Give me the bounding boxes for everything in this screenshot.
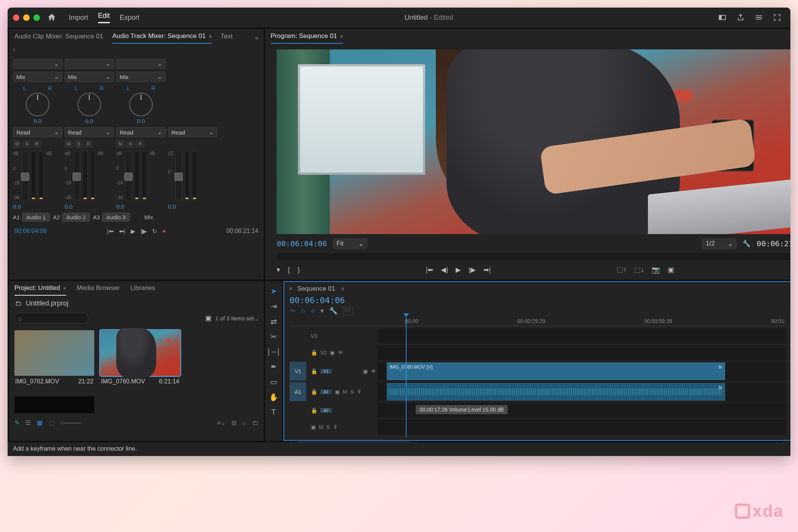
selection-tool-icon[interactable]: ➤ [271, 287, 277, 296]
tab-media-browser[interactable]: Media Browser [77, 284, 120, 296]
audio-clip[interactable]: fx [387, 383, 725, 401]
mixer-timecode-out[interactable]: 00:06:21:14 [226, 228, 258, 234]
find-icon[interactable]: ⌕ [242, 420, 246, 426]
mixer-timecode-in[interactable]: 00:06:04:06 [14, 228, 47, 234]
razor-tool-icon[interactable]: ✂ [271, 332, 277, 341]
program-video-view[interactable] [277, 49, 790, 234]
share-icon[interactable] [736, 13, 745, 22]
record-button[interactable]: R [33, 140, 41, 148]
lock-icon[interactable]: 🔒 [311, 350, 317, 356]
sequence-tab[interactable]: Sequence 01 [297, 285, 335, 293]
minimize-window-button[interactable] [23, 14, 30, 21]
solo-button[interactable]: S [350, 389, 354, 395]
mute-button[interactable]: M [343, 389, 347, 395]
tab-text[interactable]: Text [221, 33, 233, 43]
fullscreen-icon[interactable] [773, 13, 781, 22]
program-timecode[interactable]: 00:06:04:06 [277, 239, 327, 248]
step-back-icon[interactable]: ⬅| [119, 228, 125, 235]
tab-program[interactable]: Program: Sequence 01 ≡ [271, 32, 343, 44]
track-label-v3[interactable]: V3 [311, 333, 317, 339]
tab-import[interactable]: Import [69, 14, 88, 22]
go-to-out-icon[interactable]: ➡| [483, 266, 491, 274]
mute-button[interactable]: M [13, 140, 21, 148]
clip-thumbnail[interactable]: IMG_0762.MOV21:22 [14, 330, 94, 387]
eye-icon[interactable]: 👁 [338, 350, 343, 356]
add-marker-icon[interactable]: ▾ [277, 266, 280, 274]
chevron-right-icon[interactable]: › [13, 46, 15, 53]
go-to-in-icon[interactable]: |⬅ [107, 228, 113, 235]
automation-dropdown[interactable]: Read⌄ [13, 127, 62, 137]
list-view-icon[interactable]: ☰ [25, 419, 31, 426]
eye-icon[interactable]: 👁 [371, 368, 376, 374]
hand-tool-icon[interactable]: ✋ [269, 393, 279, 402]
snap-icon[interactable]: ∩ [301, 307, 306, 315]
track-label-v2[interactable]: V2 [320, 350, 327, 356]
quick-export-icon[interactable] [718, 13, 727, 22]
automate-icon[interactable]: ⊟ [231, 419, 236, 426]
maximize-window-button[interactable] [33, 14, 40, 21]
source-patch-v1[interactable]: V1 [290, 362, 306, 381]
close-window-button[interactable] [13, 14, 19, 21]
tab-clip-mixer[interactable]: Audio Clip Mixer: Sequence 01 [14, 33, 103, 43]
workspace-settings-icon[interactable] [755, 13, 763, 22]
cc-icon[interactable]: CC [343, 307, 353, 315]
solo-button[interactable]: S [23, 140, 31, 148]
project-filter-input[interactable] [14, 313, 89, 323]
close-tab-icon[interactable]: × [289, 285, 293, 293]
extract-icon[interactable]: ⬚↓ [634, 266, 644, 274]
insert-icon[interactable]: ⤳ [290, 307, 295, 315]
loop-icon[interactable]: ↻ [152, 228, 157, 235]
toggle-output-icon[interactable]: ▣ [330, 350, 335, 356]
source-patch-a1[interactable]: A1 [290, 382, 306, 401]
play-icon[interactable]: ▶ [456, 266, 461, 274]
mark-out-icon[interactable]: } [298, 266, 300, 274]
pen-tool-icon[interactable]: ✒ [271, 362, 277, 371]
track-select-tool-icon[interactable]: ⇥ [271, 302, 277, 311]
volume-fader[interactable] [22, 151, 28, 200]
clip-thumbnail[interactable]: IMG_0760.MOV6:21:14 [100, 330, 180, 387]
wrench-icon[interactable]: 🔧 [743, 240, 750, 248]
program-scrubber[interactable] [277, 253, 790, 260]
export-frame-icon[interactable]: 📷 [652, 266, 660, 274]
audio-track-lane[interactable]: fx [378, 382, 786, 401]
pencil-icon[interactable]: ✎ [14, 419, 19, 426]
step-fwd-icon[interactable]: |▶ [469, 266, 476, 274]
home-icon[interactable] [47, 13, 57, 22]
rectangle-tool-icon[interactable]: ▭ [270, 377, 277, 386]
mix-dropdown[interactable]: Mix⌄ [13, 72, 62, 82]
pan-knob[interactable] [26, 93, 49, 116]
toggle-output-icon[interactable]: ▣ [363, 368, 368, 374]
filter-icon[interactable]: ▣ [205, 314, 212, 322]
fit-dropdown[interactable]: Fit⌄ [333, 239, 367, 249]
video-track-lane[interactable]: IMG_0760.MOV [V]fx [378, 362, 786, 381]
voice-over-icon[interactable]: 🎙 [357, 389, 362, 395]
play-icon[interactable]: ▶ [131, 228, 135, 235]
playhead[interactable] [406, 317, 407, 437]
marker-icon[interactable]: ▾ [320, 307, 324, 315]
compare-icon[interactable]: ▣ [668, 266, 674, 274]
timeline-ruler[interactable]: :00:0000:00:29:2900:00:59:2800:01: [290, 317, 786, 326]
lock-icon[interactable]: 🔒 [311, 368, 317, 374]
tab-libraries[interactable]: Libraries [130, 284, 155, 296]
record-icon[interactable]: ● [162, 228, 166, 234]
timeline-timecode[interactable]: 00:06:04:06 [290, 296, 345, 305]
hamburger-icon[interactable]: ≡ [341, 286, 344, 291]
lift-icon[interactable]: ⬚↑ [617, 266, 627, 274]
lock-icon[interactable]: 🔒 [311, 407, 317, 413]
step-fwd-icon[interactable]: |▶ [141, 228, 147, 235]
zoom-slider[interactable]: ○──── [60, 420, 81, 426]
output-dropdown[interactable]: ⌄ [13, 59, 62, 69]
overflow-icon[interactable]: » [255, 34, 258, 42]
icon-view-icon[interactable]: ▦ [37, 419, 43, 426]
freeform-view-icon[interactable]: ⬚ [49, 419, 54, 426]
tab-track-mixer[interactable]: Audio Track Mixer: Sequence 01 ≡ [112, 32, 211, 44]
step-back-icon[interactable]: ◀| [441, 266, 448, 274]
new-bin-icon[interactable]: 🗀 [252, 420, 258, 426]
tab-project[interactable]: Project: Untitled ≡ [14, 284, 66, 296]
slip-tool-icon[interactable]: |↔| [268, 347, 279, 356]
go-to-in-icon[interactable]: |⬅ [426, 266, 434, 274]
tab-export[interactable]: Export [120, 14, 139, 22]
sort-icon[interactable]: ≡⌄ [217, 419, 225, 426]
mark-in-icon[interactable]: { [288, 266, 290, 274]
video-clip[interactable]: IMG_0760.MOV [V]fx [387, 363, 725, 380]
